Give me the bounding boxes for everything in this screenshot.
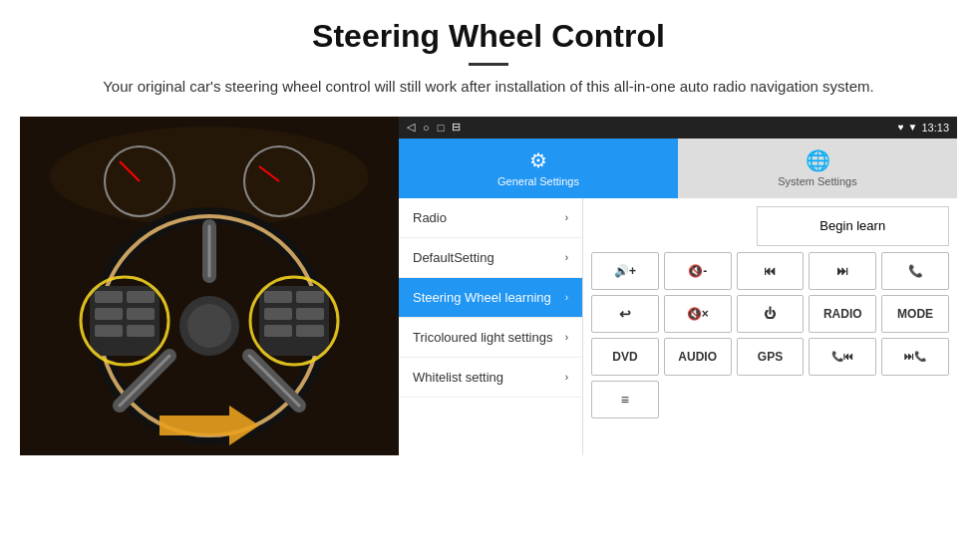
- page-header: Steering Wheel Control Your original car…: [0, 0, 977, 109]
- menu-item-default-label: DefaultSetting: [413, 250, 494, 265]
- begin-learn-button[interactable]: Begin learn: [757, 206, 950, 246]
- mute-button[interactable]: 🔇×: [664, 295, 732, 333]
- power-button[interactable]: ⏻: [737, 295, 805, 333]
- svg-rect-26: [264, 308, 292, 320]
- dvd-button[interactable]: DVD: [591, 338, 659, 376]
- globe-icon: 🌐: [806, 148, 830, 172]
- title-divider: [469, 63, 508, 66]
- prev-track-button[interactable]: ⏮: [737, 252, 805, 290]
- dvd-label: DVD: [612, 350, 637, 364]
- menu-item-whitelist-label: Whitelist setting: [413, 370, 503, 385]
- chevron-icon-2: ›: [565, 252, 568, 263]
- mute-icon: 🔇×: [687, 307, 709, 321]
- svg-rect-27: [296, 291, 324, 303]
- gps-label: GPS: [758, 350, 783, 364]
- radio-button[interactable]: RADIO: [809, 295, 876, 333]
- begin-learn-row: Begin learn: [591, 206, 949, 246]
- svg-rect-30: [296, 325, 324, 337]
- menu-item-whitelist[interactable]: Whitelist setting ›: [399, 358, 582, 398]
- svg-rect-18: [95, 291, 123, 303]
- next-track-button[interactable]: ⏭: [809, 252, 876, 290]
- app-bar: ⚙ General Settings 🌐 System Settings: [399, 139, 957, 198]
- svg-point-16: [187, 304, 231, 348]
- page-subtitle: Your original car's steering wheel contr…: [60, 76, 917, 99]
- controls-panel: Begin learn 🔊+ 🔇- ⏮ ⏭: [583, 198, 957, 455]
- chevron-icon-5: ›: [565, 372, 568, 383]
- list-button[interactable]: ≡: [591, 381, 659, 419]
- phone-icon: 📞: [908, 264, 923, 278]
- menu-list: Radio › DefaultSetting › Steering Wheel …: [399, 198, 583, 455]
- status-bar-left: ◁ ○ □ ⊟: [407, 121, 461, 134]
- home-icon[interactable]: ○: [423, 122, 430, 134]
- phone-answer-button[interactable]: 📞: [881, 252, 949, 290]
- next-track-icon: ⏭: [836, 264, 848, 278]
- tel-next-button[interactable]: ⏭📞: [881, 338, 949, 376]
- tel-prev-button[interactable]: 📞⏮: [809, 338, 876, 376]
- audio-label: AUDIO: [678, 350, 717, 364]
- menu-item-radio[interactable]: Radio ›: [399, 198, 582, 238]
- mode-button[interactable]: MODE: [881, 295, 949, 333]
- radio-label: RADIO: [823, 307, 862, 321]
- android-panel: ◁ ○ □ ⊟ ♥ ▼ 13:13 ⚙ General Settings 🌐 S…: [399, 117, 957, 455]
- svg-rect-23: [127, 325, 155, 337]
- system-settings-label: System Settings: [778, 175, 856, 187]
- status-bar-right: ♥ ▼ 13:13: [898, 122, 949, 134]
- menu-item-radio-label: Radio: [413, 210, 447, 225]
- svg-rect-29: [264, 325, 292, 337]
- status-bar: ◁ ○ □ ⊟ ♥ ▼ 13:13: [399, 117, 957, 139]
- menu-item-steering-wheel[interactable]: Steering Wheel learning ›: [399, 278, 582, 318]
- general-settings-tab[interactable]: ⚙ General Settings: [399, 139, 678, 198]
- mode-label: MODE: [897, 307, 933, 321]
- button-grid: 🔊+ 🔇- ⏮ ⏭ 📞 ↩: [591, 252, 949, 419]
- menu-icon[interactable]: ⊟: [452, 121, 461, 134]
- tel-next-icon: ⏭📞: [904, 351, 926, 362]
- menu-item-steering-label: Steering Wheel learning: [413, 290, 551, 305]
- page-title: Steering Wheel Control: [60, 18, 917, 55]
- prev-track-icon: ⏮: [764, 264, 776, 278]
- blank-space: [591, 206, 751, 246]
- svg-rect-22: [95, 325, 123, 337]
- svg-rect-28: [296, 308, 324, 320]
- clock: 13:13: [921, 122, 949, 134]
- menu-item-tricoloured[interactable]: Tricoloured light settings ›: [399, 318, 582, 358]
- recents-icon[interactable]: □: [438, 122, 445, 134]
- hang-up-icon: ↩: [619, 306, 631, 322]
- gear-icon: ⚙: [529, 148, 547, 172]
- location-icon: ♥: [898, 122, 904, 133]
- svg-rect-19: [95, 308, 123, 320]
- volume-down-icon: 🔇-: [688, 264, 707, 278]
- volume-up-button[interactable]: 🔊+: [591, 252, 659, 290]
- svg-rect-20: [127, 291, 155, 303]
- general-settings-label: General Settings: [497, 175, 579, 187]
- steering-wheel-svg: [20, 117, 399, 455]
- chevron-icon-3: ›: [565, 292, 568, 303]
- menu-item-default-setting[interactable]: DefaultSetting ›: [399, 238, 582, 278]
- volume-down-button[interactable]: 🔇-: [664, 252, 732, 290]
- system-settings-tab[interactable]: 🌐 System Settings: [678, 139, 957, 198]
- power-icon: ⏻: [764, 307, 776, 321]
- chevron-icon-4: ›: [565, 332, 568, 343]
- list-icon: ≡: [621, 392, 629, 408]
- volume-up-icon: 🔊+: [614, 264, 636, 278]
- chevron-icon: ›: [565, 212, 568, 223]
- settings-content: Radio › DefaultSetting › Steering Wheel …: [399, 198, 957, 455]
- content-area: ◁ ○ □ ⊟ ♥ ▼ 13:13 ⚙ General Settings 🌐 S…: [20, 117, 957, 455]
- hang-up-button[interactable]: ↩: [591, 295, 659, 333]
- car-image: [20, 117, 399, 455]
- tel-prev-icon: 📞⏮: [831, 351, 853, 362]
- gps-button[interactable]: GPS: [737, 338, 805, 376]
- car-background: [20, 117, 399, 455]
- audio-button[interactable]: AUDIO: [664, 338, 732, 376]
- back-icon[interactable]: ◁: [407, 121, 415, 134]
- svg-rect-21: [127, 308, 155, 320]
- svg-rect-25: [264, 291, 292, 303]
- signal-icon: ▼: [908, 122, 918, 133]
- menu-item-tricoloured-label: Tricoloured light settings: [413, 330, 552, 345]
